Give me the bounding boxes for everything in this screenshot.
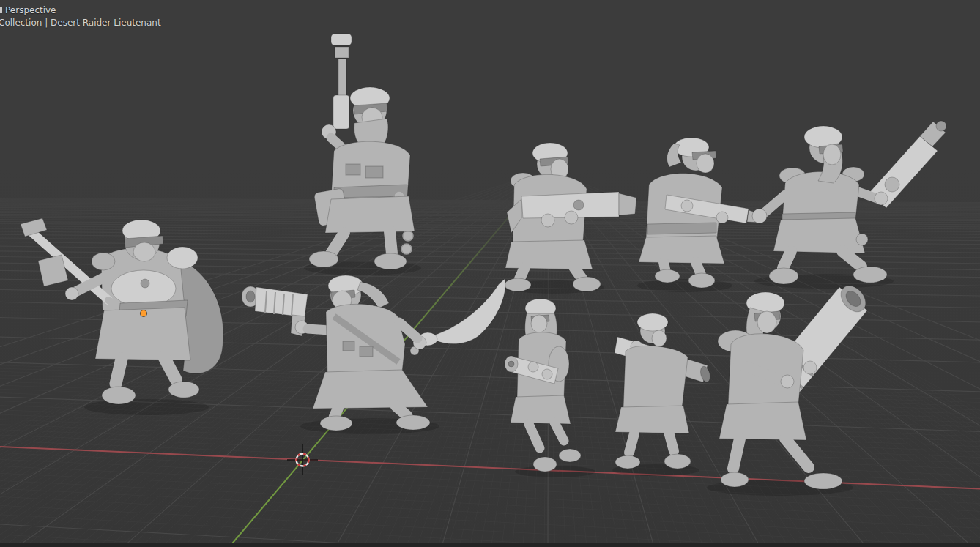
3d-viewport[interactable]: Perspective Collection | Desert Raider L…	[0, 0, 980, 547]
editor-bottom-border	[0, 543, 980, 547]
object-origin-dot	[141, 310, 147, 317]
viewport-scene[interactable]	[0, 0, 980, 547]
